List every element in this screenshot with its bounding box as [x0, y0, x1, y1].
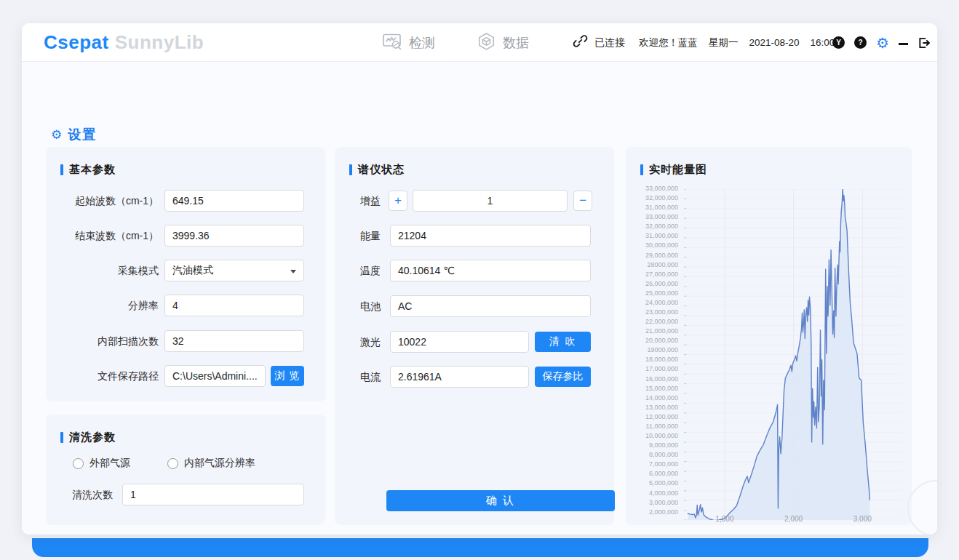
y-axis-tick-label: 17,000,000 — [630, 364, 678, 374]
panel-chart-title-text: 实时能量图 — [649, 163, 707, 177]
battery-input[interactable] — [390, 295, 591, 317]
minimize-icon[interactable] — [899, 43, 908, 44]
y-axis-tick-label: 32,000,000 — [630, 193, 678, 203]
help-icon[interactable]: ? — [854, 36, 867, 49]
panel-basic-params: 基本参数 起始波数（cm-1） 结束波数（cm-1） 采集模式 汽油模式 分辨率… — [46, 147, 325, 401]
panel-spectrometer-status: 谱仪状态 增益 + − 能量 温度 电池 激光 清 吹 电流 保存参比 确 认 — [335, 147, 614, 525]
data-cube-icon — [477, 32, 496, 54]
settings-page: ⚙ 设置 基本参数 起始波数（cm-1） 结束波数（cm-1） 采集模式 汽油模… — [22, 62, 937, 535]
page-title: ⚙ 设置 — [51, 126, 97, 143]
x-axis-tick-label: 3,000 — [853, 515, 872, 523]
field-label-scan-count: 内部扫描次数 — [98, 335, 159, 348]
radio-external-gas-label: 外部气源 — [89, 457, 130, 470]
y-axis-tick-label: 30,000,000 — [630, 241, 678, 250]
field-label-gain: 增益 — [360, 195, 381, 208]
purge-blow-button[interactable]: 清 吹 — [535, 332, 591, 352]
panel-purge-params: 清洗参数 外部气源 内部气源分辨率 清洗次数 — [46, 415, 325, 525]
end-wavenumber-input[interactable] — [164, 225, 304, 247]
nav-item-detect-label: 检测 — [409, 34, 435, 52]
scan-count-input[interactable] — [164, 330, 304, 352]
resolution-input[interactable] — [164, 295, 304, 316]
gain-decrease-button[interactable]: − — [573, 191, 592, 211]
title-accent-bar — [640, 164, 643, 175]
field-label-purge-count: 清洗次数 — [72, 489, 113, 502]
save-path-input[interactable] — [164, 365, 266, 387]
y-axis-tick-label: 9,000,000 — [630, 441, 678, 450]
y-axis-tick-label: 16,000,000 — [630, 375, 678, 384]
y-axis-tick-label: 22,000,000 — [630, 317, 678, 327]
connection-status[interactable]: 已连接 — [573, 23, 625, 62]
current-input[interactable] — [390, 366, 529, 388]
laser-input[interactable] — [390, 331, 529, 353]
field-label-energy: 能量 — [360, 230, 381, 243]
y-axis-tick-label: 19000,000 — [630, 345, 678, 355]
field-label-end-wavenumber: 结束波数（cm-1） — [75, 230, 159, 243]
energy-input[interactable] — [390, 225, 591, 247]
y-axis-tick-label: 33,000,000 — [630, 212, 678, 222]
nav-item-data-label: 数据 — [503, 34, 529, 52]
chart-y-axis: 33,000,00032,000,00031,000,00033,000,000… — [630, 184, 678, 517]
field-label-temperature: 温度 — [360, 265, 381, 278]
y-axis-tick-label: 12,000,000 — [630, 412, 678, 422]
temperature-input[interactable] — [390, 260, 591, 281]
radio-external-gas[interactable]: 外部气源 — [73, 457, 130, 470]
y-axis-tick-label: 2,000,000 — [630, 508, 678, 517]
panel-chart-title: 实时能量图 — [640, 163, 707, 177]
y-axis-tick-label: 3,000,000 — [630, 498, 678, 508]
app-header: CsepatSunnyLib 检测 — [22, 23, 937, 62]
title-accent-bar — [349, 164, 352, 175]
screen: CsepatSunnyLib 检测 — [0, 0, 959, 560]
panel-status-title: 谱仪状态 — [349, 163, 405, 177]
y-axis-tick-label: 18,000,000 — [630, 355, 678, 364]
logo-primary: Csepat — [44, 31, 109, 53]
welcome-date: 2021-08-20 — [749, 37, 800, 48]
y-axis-tick-label: 7,000,000 — [630, 460, 678, 469]
exit-icon[interactable] — [918, 36, 931, 49]
y-axis-tick-label: 33,000,000 — [630, 184, 678, 193]
welcome-greeting: 欢迎您！蓝蓝 — [639, 36, 698, 49]
radio-circle-icon[interactable] — [167, 458, 178, 469]
title-accent-bar — [60, 164, 63, 175]
y-axis-tick-label: 27,000,000 — [630, 270, 678, 279]
page-title-text: 设置 — [68, 126, 97, 143]
collect-mode-select[interactable]: 汽油模式 — [164, 260, 304, 281]
confirm-button[interactable]: 确 认 — [386, 490, 615, 511]
nav-item-data[interactable]: 数据 — [477, 23, 529, 62]
save-reference-button[interactable]: 保存参比 — [535, 367, 591, 387]
field-label-laser: 激光 — [360, 336, 381, 349]
energy-line-chart — [684, 189, 902, 520]
y-axis-tick-label: 25,000,000 — [630, 289, 678, 298]
tools-icon[interactable]: Y — [832, 36, 845, 49]
y-axis-tick-label: 28000,000 — [630, 260, 678, 270]
settings-gear-icon[interactable]: ⚙ — [876, 36, 889, 50]
collect-mode-value: 汽油模式 — [172, 264, 213, 277]
monitor-chart-icon — [382, 32, 402, 54]
browse-button[interactable]: 浏 览 — [271, 366, 304, 386]
y-axis-tick-label: 5,000,000 — [630, 479, 678, 488]
ghost-circle-decoration — [907, 480, 937, 535]
y-axis-tick-label: 31,000,000 — [630, 203, 678, 212]
y-axis-tick-label: 32,000,000 — [630, 222, 678, 231]
panel-basic-title: 基本参数 — [60, 163, 116, 177]
window-footer-accent-strip — [32, 538, 928, 557]
radio-internal-gas[interactable]: 内部气源分辨率 — [167, 457, 255, 470]
gain-increase-button[interactable]: + — [389, 191, 407, 211]
y-axis-tick-label: 10,000,000 — [630, 431, 678, 441]
y-axis-tick-label: 23,000,000 — [630, 308, 678, 317]
app-window: CsepatSunnyLib 检测 — [22, 23, 937, 535]
gain-input[interactable] — [413, 190, 568, 212]
field-label-battery: 电池 — [360, 300, 381, 313]
y-axis-tick-label: 14,000,000 — [630, 393, 678, 403]
purge-count-input[interactable] — [122, 484, 304, 505]
y-axis-tick-label: 31,000,000 — [630, 231, 678, 241]
connection-status-label: 已连接 — [594, 36, 625, 49]
nav-item-detect[interactable]: 检测 — [382, 23, 435, 62]
y-axis-tick-label: 8,000,000 — [630, 450, 678, 460]
y-axis-tick-label: 20,000,000 — [630, 336, 678, 345]
radio-circle-icon[interactable] — [73, 458, 84, 469]
y-axis-tick-label: 6,000,000 — [630, 469, 678, 479]
field-label-collect-mode: 采集模式 — [118, 265, 159, 278]
panel-purge-title: 清洗参数 — [60, 431, 116, 444]
start-wavenumber-input[interactable] — [164, 190, 304, 212]
y-axis-tick-label: 29,000,000 — [630, 251, 678, 260]
